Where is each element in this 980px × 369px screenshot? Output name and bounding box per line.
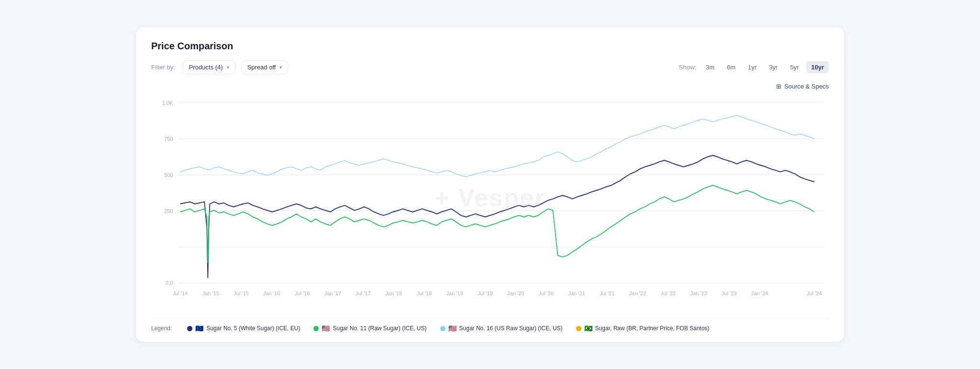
x-label-jan15: Jan '15 (202, 291, 219, 296)
time-range-section: Show: 3m 6m 1yr 3yr 5yr 10yr (679, 61, 829, 73)
time-6m[interactable]: 6m (722, 61, 740, 73)
x-label-jul23: Jul '23 (722, 291, 737, 296)
time-1yr[interactable]: 1yr (743, 61, 761, 73)
x-label-jan16: Jan '16 (263, 291, 280, 296)
x-label-jan21: Jan '21 (568, 291, 585, 296)
legend-flag-us-11: 🇺🇸 (322, 324, 330, 332)
time-3m[interactable]: 3m (701, 61, 719, 73)
y-label-500: 500 (164, 172, 173, 178)
page-title: Price Comparison (151, 41, 829, 52)
x-label-jan24: Jan '24 (751, 291, 768, 296)
legend-item-sugar16: 🇺🇸 Sugar No. 16 (US Raw Sugar) (ICE, US) (440, 324, 563, 332)
price-comparison-card: Price Comparison Filter by: Products (4)… (136, 27, 844, 342)
chart-wrap: + Vesper 1.0K 750 500 250 0.0 Jul '14 Ja… (151, 83, 829, 313)
chevron-down-icon: ▾ (227, 65, 229, 70)
legend-dot-sugar11 (313, 326, 319, 331)
legend-flag-br: 🇧🇷 (584, 324, 592, 332)
line-sugar11 (180, 185, 814, 263)
x-label-jul21: Jul '21 (600, 291, 615, 296)
x-label-jul22: Jul '22 (660, 291, 676, 296)
x-label-jul14: Jul '14 (173, 291, 188, 296)
x-label-jul20: Jul '20 (538, 291, 554, 296)
y-label-750: 750 (164, 136, 173, 142)
spread-dropdown[interactable]: Spread off ▾ (241, 60, 289, 74)
show-label: Show: (679, 64, 696, 71)
x-label-jan17: Jan '17 (324, 291, 341, 296)
legend-item-sugar5: 🇪🇺 Sugar No. 5 (White Sugar) (ICE, EU) (187, 324, 300, 332)
legend-flag-eu: 🇪🇺 (195, 324, 203, 332)
legend-item-sugar11: 🇺🇸 Sugar No. 11 (Raw Sugar) (ICE, US) (313, 324, 426, 332)
x-label-jan20: Jan '20 (507, 291, 524, 296)
products-dropdown[interactable]: Products (4) ▾ (183, 60, 235, 74)
time-5yr[interactable]: 5yr (785, 61, 803, 73)
x-label-jul17: Jul '17 (356, 291, 371, 296)
filter-label: Filter by: (151, 64, 175, 71)
y-label-1k: 1.0K (162, 100, 173, 106)
x-label-jul24: Jul '24 (807, 291, 822, 296)
legend-item-sugar-raw: 🇧🇷 Sugar, Raw (BR, Partner Price, FOB Sa… (576, 324, 710, 332)
legend-row: Legend: 🇪🇺 Sugar No. 5 (White Sugar) (IC… (151, 318, 829, 332)
y-label-0: 0.0 (166, 280, 173, 286)
line-sugar5 (180, 156, 814, 278)
x-label-jan19: Jan '19 (446, 291, 463, 296)
line-sugar16 (180, 115, 814, 177)
time-10yr[interactable]: 10yr (806, 61, 829, 73)
toolbar: Filter by: Products (4) ▾ Spread off ▾ S… (151, 60, 829, 74)
chevron-down-icon: ▾ (279, 65, 282, 70)
x-label-jul18: Jul '18 (417, 291, 432, 296)
time-3yr[interactable]: 3yr (764, 61, 782, 73)
x-label-jul15: Jul '15 (234, 291, 249, 296)
x-label-jan22: Jan '22 (629, 291, 646, 296)
chart-area: ⊞ Source & Specs + Vesper 1.0K 750 500 2… (151, 83, 829, 313)
legend-label: Legend: (151, 325, 172, 332)
legend-flag-us-16: 🇺🇸 (448, 324, 457, 332)
x-label-jul16: Jul '16 (295, 291, 310, 296)
chart-svg: 1.0K 750 500 250 0.0 Jul '14 Jan '15 Jul… (151, 83, 829, 303)
x-label-jul19: Jul '19 (478, 291, 493, 296)
legend-dot-sugar5 (187, 326, 192, 331)
y-label-250: 250 (164, 208, 173, 214)
x-label-jan23: Jan '23 (690, 291, 707, 296)
legend-dot-sugar16 (440, 326, 445, 331)
x-label-jan18: Jan '18 (385, 291, 402, 296)
legend-dot-sugar-raw (576, 326, 581, 331)
